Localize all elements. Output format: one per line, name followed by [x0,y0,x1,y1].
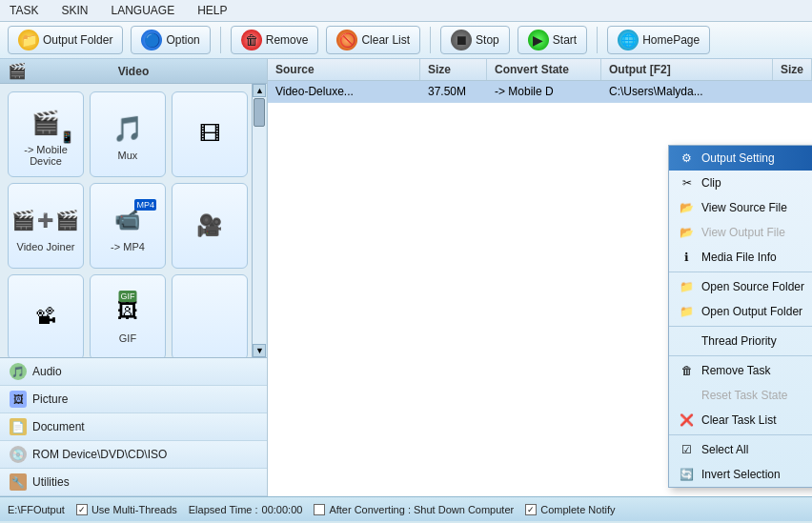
context-sep-3 [669,355,812,356]
gif-label: GIF [119,332,136,344]
stop-button[interactable]: ⏹ Stop [440,26,510,54]
grid-item-mux[interactable]: 🎵 Mux [90,91,166,177]
utilities-label: Utilities [32,475,70,489]
menu-help[interactable]: HELP [193,2,231,19]
context-view-source[interactable]: 📂 View Source File [669,195,812,220]
start-icon: ▶ [528,30,549,50]
after-convert-label: After Converting : Shut Down Computer [329,504,514,515]
row-convert: -> Mobile D [487,81,601,102]
left-panel-header: 🎬 Video [0,59,267,84]
context-sep-4 [669,434,812,435]
clear-icon: 🚫 [336,30,357,50]
grid-item-mobile[interactable]: 🎬 📱 -> Mobile Device [8,91,84,177]
clip-label: Clip [701,176,721,190]
menu-task[interactable]: TASK [6,2,42,19]
audio-label: Audio [32,365,62,378]
context-media-info[interactable]: ℹ Media File Info ▶ [669,245,812,270]
table-header: Source Size Convert State Output [F2] Si… [268,59,812,81]
clear-list-label: Clear List [361,33,410,47]
picture-icon: 🖼 [10,391,27,408]
sidebar-item-picture[interactable]: 🖼 Picture [0,386,267,413]
option-label: Option [166,33,199,47]
context-menu: ⚙ Output Setting ✂ Clip 📂 View Source Fi… [668,145,812,488]
scroll-up[interactable]: ▲ [253,84,266,97]
row-source: Video-Deluxe... [268,81,420,102]
sidebar-item-audio[interactable]: 🎵 Audio [0,358,267,386]
home-icon: 🌐 [618,30,639,50]
row-size: 37.50M [420,81,487,102]
scroll-down[interactable]: ▼ [253,344,266,357]
multi-threads-checkbox[interactable]: ✓ [76,504,88,515]
output-setting-label: Output Setting [701,151,775,165]
table-row[interactable]: Video-Deluxe... 37.50M -> Mobile D C:\Us… [268,81,812,103]
view-output-label: View Output File [701,226,785,239]
media-info-label: Media File Info [701,251,777,264]
context-invert-sel[interactable]: 🔄 Invert Selection [669,462,812,487]
context-clip[interactable]: ✂ Clip [669,171,812,195]
menu-skin[interactable]: SKIN [57,2,91,19]
context-select-all[interactable]: ☑ Select All [669,437,812,462]
header-convert: Convert State [487,59,601,80]
context-clear-task[interactable]: ❌ Clear Task List [669,408,812,432]
menu-language[interactable]: LANGUAGE [107,2,178,19]
clip-icon: ✂ [679,175,696,191]
grid-item-item5[interactable]: 📽 [8,274,84,357]
toolbar-sep-2 [430,27,431,53]
grid-item-gif[interactable]: 🖼 GIF GIF [90,274,166,357]
sidebar-item-utilities[interactable]: 🔧 Utilities [0,469,267,496]
complete-notify-item[interactable]: ✓ Complete Notify [525,504,615,515]
grid-item-empty2[interactable]: 🎥 [172,183,248,269]
toolbar: 📁 Output Folder 🔵 Option 🗑 Remove 🚫 Clea… [0,22,812,59]
elapsed-item: Elapsed Time : 00:00:00 [189,504,303,515]
scroll-track[interactable] [253,97,266,344]
context-sep-2 [669,326,812,327]
remove-button[interactable]: 🗑 Remove [231,26,319,54]
left-panel-scroll: 🎬 📱 -> Mobile Device 🎵 Mux 🎞 [0,84,267,357]
after-convert-item[interactable]: After Converting : Shut Down Computer [314,504,514,515]
reset-task-icon [679,388,696,403]
homepage-button[interactable]: 🌐 HomePage [607,26,710,54]
item5-icon: 📽 [17,296,74,338]
document-label: Document [32,420,85,433]
context-view-output: 📂 View Output File [669,220,812,245]
grid-item-joiner[interactable]: 🎬 ➕ 🎬 Video Joiner [8,183,84,269]
gif-icon: 🖼 GIF [99,291,156,332]
remove-task-icon: 🗑 [679,363,696,378]
multi-threads-item[interactable]: ✓ Use Multi-Threads [76,504,177,515]
stop-icon: ⏹ [451,30,472,50]
context-output-setting[interactable]: ⚙ Output Setting [669,146,812,171]
after-convert-checkbox[interactable] [314,504,325,515]
view-source-label: View Source File [701,201,787,214]
sidebar-item-rom[interactable]: 💿 ROM Device\DVD\CD\ISO [0,441,267,469]
header-output: Output [F2] [601,59,773,80]
mp4-label: -> MP4 [111,241,145,252]
mp4-icon: 📹 MP4 [99,199,156,241]
context-thread-priority[interactable]: Thread Priority ▶ [669,329,812,353]
vertical-scrollbar[interactable]: ▲ ▼ [252,84,267,357]
output-folder-button[interactable]: 📁 Output Folder [8,26,123,54]
utilities-icon: 🔧 [10,473,27,491]
output-setting-icon: ⚙ [679,151,696,166]
context-open-source[interactable]: 📁 Open Source Folder [669,274,812,299]
scroll-thumb[interactable] [254,98,265,127]
header-source: Source [268,59,420,80]
toolbar-sep-1 [220,27,221,53]
grid-item-empty1[interactable]: 🎞 [172,91,248,177]
remove-task-label: Remove Task [701,364,770,377]
rom-label: ROM Device\DVD\CD\ISO [32,448,167,461]
grid-item-empty3[interactable] [172,274,248,357]
rom-icon: 💿 [10,446,27,463]
start-button[interactable]: ▶ Start [518,26,587,54]
empty2-icon: 🎥 [181,205,238,247]
sidebar-item-document[interactable]: 📄 Document [0,413,267,441]
context-remove-task[interactable]: 🗑 Remove Task [669,358,812,383]
output-path: E:\FFOutput [8,504,65,515]
complete-notify-checkbox[interactable]: ✓ [525,504,537,515]
option-button[interactable]: 🔵 Option [131,26,210,54]
clear-task-label: Clear Task List [701,413,776,427]
context-open-output[interactable]: 📁 Open Output Folder [669,299,812,324]
grid-item-mp4[interactable]: 📹 MP4 -> MP4 [90,183,166,269]
clear-list-button[interactable]: 🚫 Clear List [326,26,420,54]
row-output: C:\Users\Malyda... [601,81,773,102]
media-info-icon: ℹ [679,250,696,265]
